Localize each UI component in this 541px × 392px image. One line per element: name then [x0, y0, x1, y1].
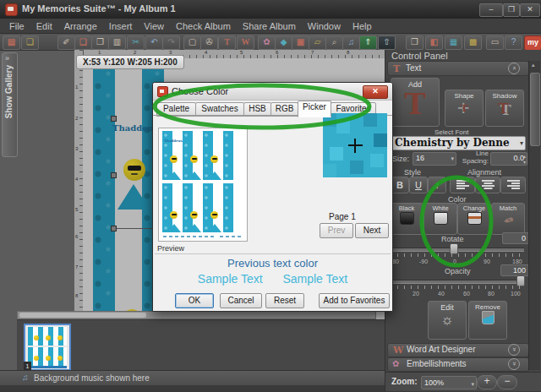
size-dropdown[interactable]: 16▾: [413, 152, 456, 166]
embellishments-section[interactable]: ✿ Embellishments »: [387, 357, 529, 372]
photo-icon[interactable]: ✇: [200, 35, 218, 50]
dialog-title-bar[interactable]: Choose Color ✕: [153, 83, 392, 101]
embellishment-icon[interactable]: ✿: [258, 35, 276, 50]
export-icon[interactable]: ⇧: [378, 35, 396, 50]
undo-icon[interactable]: ↶: [145, 35, 163, 50]
selection-handle[interactable]: [111, 116, 117, 122]
prev-page-button[interactable]: Prev: [320, 223, 353, 238]
zoom-in-button[interactable]: +: [477, 375, 497, 389]
zoom-out-button[interactable]: −: [497, 375, 517, 389]
text-section-header[interactable]: T Text »: [387, 61, 529, 76]
teal-stripe[interactable]: [93, 58, 115, 319]
package-icon[interactable]: ❑: [74, 35, 92, 50]
add-text-button[interactable]: Add T: [391, 78, 440, 127]
canvas-h-scrollbar[interactable]: [17, 311, 376, 319]
color-black-button[interactable]: Black: [390, 203, 424, 235]
shapes-icon[interactable]: ◆: [275, 35, 292, 50]
panel-scrollbar[interactable]: ▴: [528, 61, 540, 370]
shape-label: Shape: [445, 90, 483, 100]
magnifier-icon[interactable]: ⌕: [325, 35, 343, 50]
remove-button[interactable]: Remove: [468, 301, 507, 340]
cart-icon[interactable]: ▭: [486, 35, 504, 50]
color-match-button[interactable]: Match ✎: [491, 203, 525, 235]
align-center-button[interactable]: [475, 177, 500, 193]
show-gallery-label: Show Gallery: [4, 65, 14, 118]
new-page-icon[interactable]: ▢: [183, 35, 201, 50]
cancel-button[interactable]: Cancel: [220, 293, 262, 308]
color-white-button[interactable]: White: [424, 203, 457, 235]
menu-check-album[interactable]: Check Album: [170, 21, 237, 31]
music-icon[interactable]: ♫: [342, 35, 360, 50]
ruler-number: 1: [75, 84, 78, 90]
menu-insert[interactable]: Insert: [103, 21, 139, 31]
reset-button[interactable]: Reset: [265, 293, 304, 308]
scroll-up-icon[interactable]: ▴: [532, 62, 535, 68]
spinner-down-icon[interactable]: ▾: [523, 157, 526, 168]
font-dropdown[interactable]: Chemistry by Denne ▾: [391, 136, 526, 150]
maximize-button[interactable]: ❐: [503, 3, 520, 17]
add-to-favorites-button[interactable]: Add to Favorites: [319, 293, 390, 308]
layers-icon[interactable]: ❒: [406, 35, 424, 50]
line-spacing-stepper[interactable]: 0.0 ▴ ▾: [490, 152, 527, 166]
pennant-triangle[interactable]: [117, 184, 150, 210]
word-art-icon[interactable]: W: [237, 35, 254, 50]
bold-button[interactable]: B: [391, 177, 409, 193]
frame-icon[interactable]: ▣: [292, 35, 309, 50]
edit-button[interactable]: Edit ☼: [428, 301, 467, 340]
italic-button[interactable]: I: [428, 177, 446, 193]
color-change-button[interactable]: Change: [457, 203, 491, 235]
register-icon[interactable]: ▩: [464, 35, 482, 50]
expand-chevron-icon[interactable]: »: [508, 358, 520, 370]
dialog-close-button[interactable]: ✕: [363, 85, 388, 99]
menu-file[interactable]: File: [3, 21, 30, 31]
ok-button[interactable]: OK: [175, 293, 214, 308]
align-left-button[interactable]: [450, 177, 475, 193]
upload-icon[interactable]: ⇑: [359, 35, 377, 50]
copy-icon[interactable]: ❐: [91, 35, 109, 50]
briefcase-icon[interactable]: ◧: [425, 35, 443, 50]
menu-view[interactable]: View: [138, 21, 170, 31]
cut-icon[interactable]: ✂: [127, 35, 145, 50]
scrollbar-thumb[interactable]: [530, 73, 540, 146]
opacity-slider-track[interactable]: [391, 280, 524, 284]
rotate-tick-marks: [391, 253, 524, 257]
align-right-button[interactable]: [500, 177, 526, 193]
my-memories-logo[interactable]: my: [524, 35, 541, 51]
zoom-level-dropdown[interactable]: 100%▾: [421, 376, 477, 389]
redo-icon[interactable]: ↷: [162, 35, 180, 50]
page-1-thumbnail[interactable]: 1: [24, 324, 71, 371]
show-gallery-tab[interactable]: » Show Gallery: [2, 52, 18, 157]
text-icon[interactable]: T: [218, 35, 236, 50]
close-button[interactable]: ✕: [520, 3, 540, 17]
rotate-label: Rotate: [441, 235, 464, 243]
underline-button[interactable]: U: [409, 177, 428, 193]
white-paint-can-icon: [434, 212, 448, 225]
picker-page-thumbnail[interactable]: Thaddeus: [158, 128, 248, 242]
wallet-icon[interactable]: ▱: [309, 35, 326, 50]
paste-icon[interactable]: ▥: [108, 35, 126, 50]
selection-handle[interactable]: [111, 226, 117, 231]
lego-head-graphic[interactable]: [123, 159, 145, 181]
expand-chevron-icon[interactable]: »: [508, 344, 520, 356]
rotate-value-box[interactable]: 0: [502, 232, 529, 244]
menu-help[interactable]: Help: [347, 21, 378, 31]
album-icon[interactable]: ▤: [3, 35, 20, 50]
design-tool-icon[interactable]: ✐: [57, 35, 75, 50]
tab-picker[interactable]: Picker: [298, 101, 331, 117]
next-page-button[interactable]: Next: [355, 223, 389, 238]
help-icon[interactable]: ?: [505, 35, 522, 50]
text-shadow-button[interactable]: Shadow T T: [485, 90, 524, 127]
minimize-button[interactable]: –: [479, 3, 503, 17]
open-folder-icon[interactable]: ❏: [21, 35, 39, 50]
grid-icon[interactable]: ▦: [445, 35, 462, 50]
menu-edit[interactable]: Edit: [30, 21, 58, 31]
selection-handle[interactable]: [111, 172, 117, 178]
text-shape-button[interactable]: Shape ✛ T: [445, 90, 484, 127]
word-art-designer-section[interactable]: W Word Art Designer »: [387, 343, 529, 357]
menu-arrange[interactable]: Arrange: [58, 21, 103, 31]
opacity-value-box[interactable]: 100: [500, 264, 529, 276]
menu-window[interactable]: Window: [302, 21, 347, 31]
menu-share-album[interactable]: Share Album: [237, 21, 302, 31]
collapse-chevron-icon[interactable]: »: [508, 63, 520, 74]
picker-magnified-area[interactable]: [323, 113, 387, 177]
